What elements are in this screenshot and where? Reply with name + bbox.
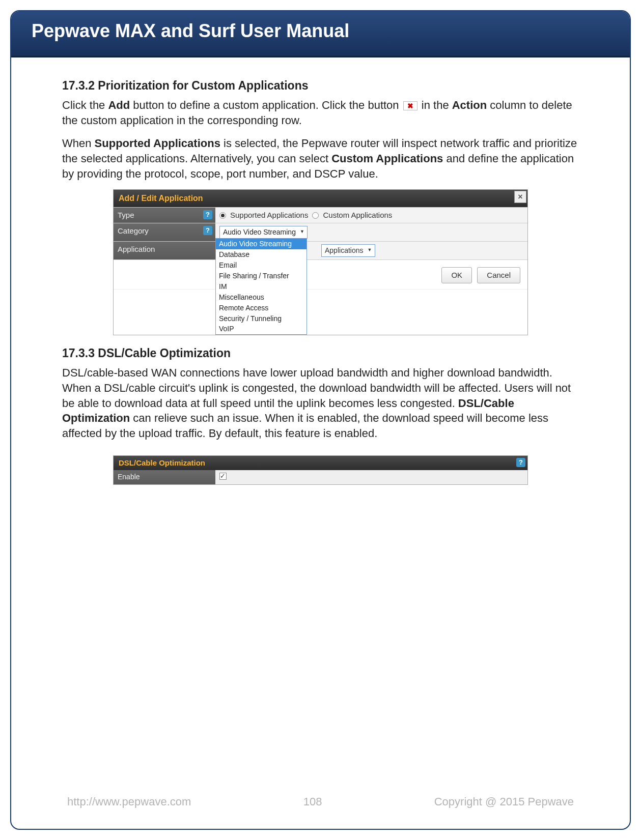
dsl-panel-title-bar: DSL/Cable Optimization ? — [114, 456, 527, 470]
add-edit-application-dialog: Add / Edit Application × Type ? Supporte… — [113, 189, 528, 335]
page-footer: http://www.pepwave.com 108 Copyright @ 2… — [11, 795, 630, 808]
close-icon[interactable]: × — [514, 191, 526, 203]
dropdown-item[interactable]: Database — [216, 249, 306, 260]
manual-title: Pepwave MAX and Surf User Manual — [32, 20, 349, 41]
help-icon[interactable]: ? — [203, 210, 212, 219]
dsl-cable-optimization-panel: DSL/Cable Optimization ? Enable — [113, 455, 528, 485]
application-label: Application — [114, 242, 215, 259]
section-17-3-2-para2: When Supported Applications is selected,… — [62, 136, 579, 181]
category-dropdown[interactable]: Audio Video Streaming Database Email Fil… — [215, 238, 307, 335]
dialog-whitespace — [114, 289, 527, 335]
dropdown-item[interactable]: VoIP — [216, 324, 306, 334]
dialog-title: Add / Edit Application — [119, 194, 203, 202]
section-17-3-3-para1: DSL/cable-based WAN connections have low… — [62, 365, 579, 441]
page-number: 108 — [303, 795, 322, 808]
dropdown-item[interactable]: Security / Tunneling — [216, 313, 306, 324]
category-label: Category ? — [114, 223, 215, 241]
category-label-text: Category — [118, 226, 149, 235]
enable-field — [215, 470, 527, 484]
footer-url: http://www.pepwave.com — [67, 795, 191, 808]
ok-button[interactable]: OK — [441, 267, 472, 283]
dialog-button-row: OK Cancel — [114, 259, 527, 289]
manual-header: Pepwave MAX and Surf User Manual — [11, 11, 630, 57]
section-17-3-3-heading: 17.3.3 DSL/Cable Optimization — [62, 345, 579, 361]
application-label-text: Application — [118, 245, 155, 253]
dropdown-item-selected[interactable]: Audio Video Streaming — [216, 239, 306, 249]
custom-apps-bold: Custom Applications — [331, 152, 443, 165]
enable-label: Enable — [114, 470, 215, 484]
dsl-panel-title: DSL/Cable Optimization — [119, 458, 205, 467]
category-select[interactable]: Audio Video Streaming — [219, 226, 308, 239]
cancel-button[interactable]: Cancel — [477, 267, 520, 283]
help-icon[interactable]: ? — [516, 458, 525, 467]
custom-apps-option: Custom Applications — [323, 210, 392, 220]
custom-apps-radio[interactable] — [312, 212, 319, 219]
section-17-3-2-heading: 17.3.2 Prioritization for Custom Applica… — [62, 78, 579, 94]
help-icon[interactable]: ? — [203, 226, 212, 235]
text: Click the — [62, 99, 108, 111]
supported-apps-option: Supported Applications — [230, 210, 308, 220]
type-row: Type ? Supported Applications Custom App… — [114, 207, 527, 223]
action-bold: Action — [452, 99, 487, 111]
dropdown-item[interactable]: Miscellaneous — [216, 292, 306, 303]
type-label: Type ? — [114, 208, 215, 223]
dropdown-item[interactable]: Email — [216, 260, 306, 271]
dropdown-item[interactable]: Remote Access — [216, 303, 306, 313]
page-content: 17.3.2 Prioritization for Custom Applica… — [11, 57, 630, 485]
enable-checkbox[interactable] — [219, 473, 227, 480]
category-row: Category ? Audio Video Streaming Audio V… — [114, 223, 527, 241]
add-bold: Add — [108, 99, 130, 111]
text: can relieve such an issue. When it is en… — [62, 412, 548, 440]
footer-copyright: Copyright @ 2015 Pepwave — [434, 795, 574, 808]
enable-row: Enable — [114, 470, 527, 484]
page-frame: Pepwave MAX and Surf User Manual 17.3.2 … — [10, 10, 631, 830]
text: button to define a custom application. C… — [130, 99, 402, 111]
dropdown-item[interactable]: File Sharing / Transfer — [216, 271, 306, 281]
application-select[interactable]: Applications — [321, 244, 375, 257]
section-17-3-2-para1: Click the Add button to define a custom … — [62, 98, 579, 128]
type-label-text: Type — [118, 211, 134, 219]
supported-apps-bold: Supported Applications — [95, 137, 220, 150]
application-row: Application Applications — [114, 241, 527, 259]
type-field: Supported Applications Custom Applicatio… — [215, 208, 527, 223]
delete-icon: ✖ — [403, 101, 417, 110]
text: When — [62, 137, 95, 150]
dialog-title-bar: Add / Edit Application × — [114, 190, 527, 207]
supported-apps-radio[interactable] — [219, 212, 226, 219]
dropdown-item[interactable]: IM — [216, 281, 306, 292]
text: in the — [419, 99, 452, 111]
